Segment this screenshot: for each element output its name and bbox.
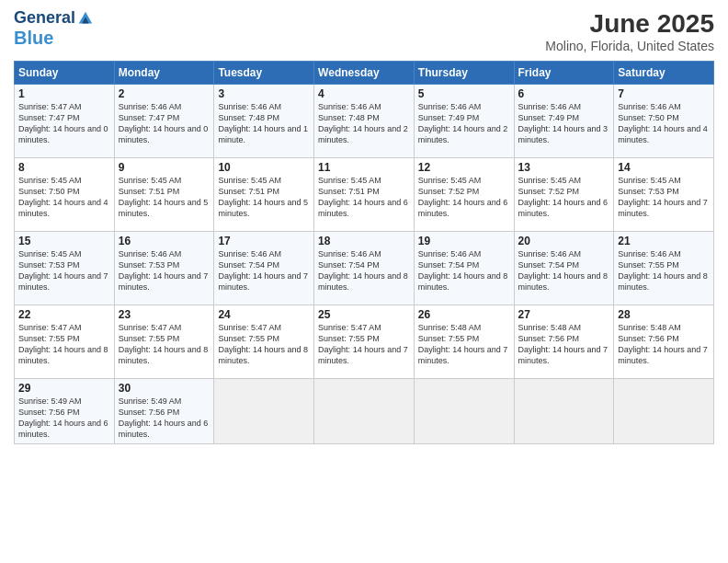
cell-content: Sunrise: 5:45 AMSunset: 7:50 PMDaylight:… <box>18 176 108 218</box>
cell-content: Sunrise: 5:46 AMSunset: 7:53 PMDaylight:… <box>119 249 209 292</box>
table-row: 6 Sunrise: 5:46 AMSunset: 7:49 PMDayligh… <box>514 85 614 158</box>
table-row: 20 Sunrise: 5:46 AMSunset: 7:54 PMDaylig… <box>514 232 614 305</box>
table-row: 21 Sunrise: 5:46 AMSunset: 7:55 PMDaylig… <box>614 232 714 305</box>
col-monday: Monday <box>114 62 214 85</box>
cell-content: Sunrise: 5:45 AMSunset: 7:53 PMDaylight:… <box>618 176 708 218</box>
logo-text-blue: Blue <box>14 28 53 48</box>
day-number: 4 <box>318 87 410 100</box>
table-row: 17 Sunrise: 5:46 AMSunset: 7:54 PMDaylig… <box>214 232 314 305</box>
table-row: 23 Sunrise: 5:47 AMSunset: 7:55 PMDaylig… <box>114 305 214 379</box>
day-number: 14 <box>618 161 710 174</box>
calendar-table: Sunday Monday Tuesday Wednesday Thursday… <box>14 61 714 444</box>
table-row <box>214 379 314 444</box>
cell-content: Sunrise: 5:47 AMSunset: 7:55 PMDaylight:… <box>218 323 308 365</box>
day-number: 11 <box>318 161 410 174</box>
cell-content: Sunrise: 5:49 AMSunset: 7:56 PMDaylight:… <box>119 396 209 439</box>
day-number: 8 <box>18 161 110 174</box>
cell-content: Sunrise: 5:47 AMSunset: 7:55 PMDaylight:… <box>119 323 209 365</box>
table-row <box>514 379 614 444</box>
day-number: 6 <box>518 87 610 100</box>
day-number: 9 <box>119 161 210 174</box>
table-row: 29 Sunrise: 5:49 AMSunset: 7:56 PMDaylig… <box>15 379 115 444</box>
day-number: 5 <box>418 87 510 100</box>
table-row: 16 Sunrise: 5:46 AMSunset: 7:53 PMDaylig… <box>114 232 214 305</box>
day-number: 17 <box>218 235 310 247</box>
table-row: 2 Sunrise: 5:46 AMSunset: 7:47 PMDayligh… <box>114 85 214 158</box>
cell-content: Sunrise: 5:46 AMSunset: 7:54 PMDaylight:… <box>418 249 508 292</box>
day-number: 24 <box>218 308 310 321</box>
day-number: 28 <box>618 308 710 321</box>
col-wednesday: Wednesday <box>314 62 415 85</box>
table-row: 26 Sunrise: 5:48 AMSunset: 7:55 PMDaylig… <box>414 305 514 379</box>
title-area: June 2025 Molino, Florida, United States <box>545 9 714 53</box>
cell-content: Sunrise: 5:46 AMSunset: 7:48 PMDaylight:… <box>318 102 408 144</box>
logo: General Blue <box>14 9 94 48</box>
day-number: 22 <box>18 308 110 321</box>
day-number: 25 <box>318 308 410 321</box>
table-row: 8 Sunrise: 5:45 AMSunset: 7:50 PMDayligh… <box>15 158 115 232</box>
day-number: 15 <box>18 235 110 247</box>
day-number: 19 <box>418 235 510 247</box>
table-row: 22 Sunrise: 5:47 AMSunset: 7:55 PMDaylig… <box>15 305 115 379</box>
cell-content: Sunrise: 5:45 AMSunset: 7:51 PMDaylight:… <box>119 176 209 218</box>
table-row: 25 Sunrise: 5:47 AMSunset: 7:55 PMDaylig… <box>314 305 415 379</box>
table-row: 13 Sunrise: 5:45 AMSunset: 7:52 PMDaylig… <box>514 158 614 232</box>
table-row <box>414 379 514 444</box>
cell-content: Sunrise: 5:45 AMSunset: 7:52 PMDaylight:… <box>418 176 508 218</box>
cell-content: Sunrise: 5:46 AMSunset: 7:54 PMDaylight:… <box>318 249 408 292</box>
table-row: 15 Sunrise: 5:45 AMSunset: 7:53 PMDaylig… <box>15 232 115 305</box>
col-sunday: Sunday <box>15 62 115 85</box>
page: General Blue June 2025 Molino, Florida, … <box>0 0 728 563</box>
day-number: 12 <box>418 161 510 174</box>
day-number: 30 <box>119 382 210 395</box>
table-row <box>614 379 714 444</box>
day-number: 10 <box>218 161 310 174</box>
table-row: 4 Sunrise: 5:46 AMSunset: 7:48 PMDayligh… <box>314 85 415 158</box>
cell-content: Sunrise: 5:48 AMSunset: 7:56 PMDaylight:… <box>518 323 609 365</box>
table-row: 7 Sunrise: 5:46 AMSunset: 7:50 PMDayligh… <box>614 85 714 158</box>
day-number: 3 <box>218 87 310 100</box>
subtitle: Molino, Florida, United States <box>545 39 714 53</box>
logo-text-general: General <box>14 9 75 28</box>
cell-content: Sunrise: 5:48 AMSunset: 7:56 PMDaylight:… <box>618 323 708 365</box>
day-number: 7 <box>618 87 710 100</box>
table-row: 28 Sunrise: 5:48 AMSunset: 7:56 PMDaylig… <box>614 305 714 379</box>
day-number: 1 <box>18 87 110 100</box>
cell-content: Sunrise: 5:46 AMSunset: 7:54 PMDaylight:… <box>518 249 609 292</box>
header: General Blue June 2025 Molino, Florida, … <box>14 9 714 53</box>
table-row: 19 Sunrise: 5:46 AMSunset: 7:54 PMDaylig… <box>414 232 514 305</box>
cell-content: Sunrise: 5:47 AMSunset: 7:55 PMDaylight:… <box>318 323 408 365</box>
cell-content: Sunrise: 5:48 AMSunset: 7:55 PMDaylight:… <box>418 323 508 365</box>
cell-content: Sunrise: 5:46 AMSunset: 7:49 PMDaylight:… <box>418 102 508 144</box>
table-row: 18 Sunrise: 5:46 AMSunset: 7:54 PMDaylig… <box>314 232 415 305</box>
day-number: 20 <box>518 235 610 247</box>
table-row: 30 Sunrise: 5:49 AMSunset: 7:56 PMDaylig… <box>114 379 214 444</box>
cell-content: Sunrise: 5:47 AMSunset: 7:47 PMDaylight:… <box>18 102 108 144</box>
cell-content: Sunrise: 5:45 AMSunset: 7:53 PMDaylight:… <box>18 249 108 292</box>
day-number: 13 <box>518 161 610 174</box>
cell-content: Sunrise: 5:46 AMSunset: 7:49 PMDaylight:… <box>518 102 609 144</box>
logo-icon <box>77 10 94 27</box>
table-row: 9 Sunrise: 5:45 AMSunset: 7:51 PMDayligh… <box>114 158 214 232</box>
col-friday: Friday <box>514 62 614 85</box>
col-saturday: Saturday <box>614 62 714 85</box>
cell-content: Sunrise: 5:45 AMSunset: 7:51 PMDaylight:… <box>218 176 308 218</box>
table-row: 10 Sunrise: 5:45 AMSunset: 7:51 PMDaylig… <box>214 158 314 232</box>
cell-content: Sunrise: 5:46 AMSunset: 7:54 PMDaylight:… <box>218 249 308 292</box>
col-tuesday: Tuesday <box>214 62 314 85</box>
table-row <box>314 379 415 444</box>
day-number: 21 <box>618 235 710 247</box>
cell-content: Sunrise: 5:46 AMSunset: 7:55 PMDaylight:… <box>618 249 708 292</box>
table-row: 1 Sunrise: 5:47 AMSunset: 7:47 PMDayligh… <box>15 85 115 158</box>
day-number: 2 <box>119 87 210 100</box>
cell-content: Sunrise: 5:47 AMSunset: 7:55 PMDaylight:… <box>18 323 108 365</box>
day-number: 27 <box>518 308 610 321</box>
table-row: 11 Sunrise: 5:45 AMSunset: 7:51 PMDaylig… <box>314 158 415 232</box>
table-row: 27 Sunrise: 5:48 AMSunset: 7:56 PMDaylig… <box>514 305 614 379</box>
table-row: 3 Sunrise: 5:46 AMSunset: 7:48 PMDayligh… <box>214 85 314 158</box>
cell-content: Sunrise: 5:46 AMSunset: 7:47 PMDaylight:… <box>119 102 209 144</box>
cell-content: Sunrise: 5:45 AMSunset: 7:52 PMDaylight:… <box>518 176 609 218</box>
day-number: 18 <box>318 235 410 247</box>
day-number: 29 <box>18 382 110 395</box>
day-number: 23 <box>119 308 210 321</box>
